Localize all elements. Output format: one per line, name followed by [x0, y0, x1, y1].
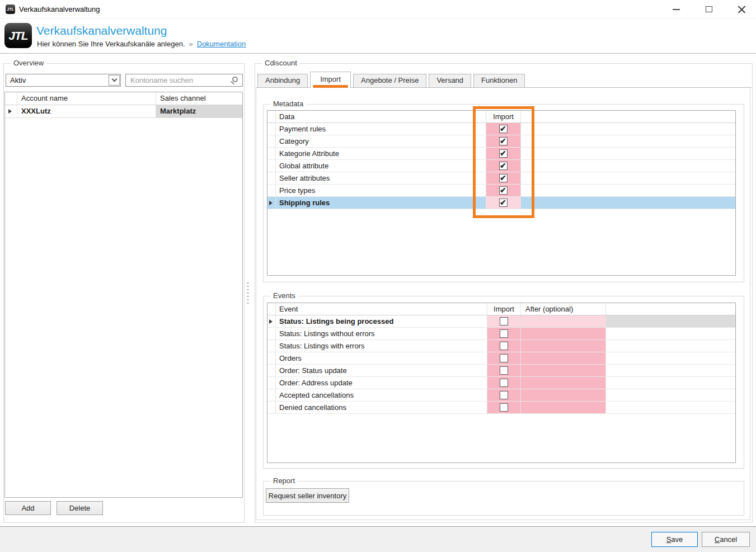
status-filter-dropdown[interactable]: Aktiv [6, 74, 121, 87]
page-title: Verkaufskanalverwaltung [36, 24, 167, 37]
minimize-button[interactable] [667, 0, 685, 18]
after-cell[interactable] [521, 365, 606, 376]
import-checkbox[interactable] [499, 137, 508, 145]
after-cell[interactable] [521, 328, 606, 339]
event-row-label: Status: Listings being processed [276, 315, 487, 327]
add-button-label: Add [21, 504, 34, 512]
table-row[interactable]: XXXLutz Marktplatz [5, 105, 242, 118]
table-row[interactable]: Order: Address update [267, 377, 735, 389]
after-cell[interactable] [521, 402, 606, 413]
account-search-input[interactable]: Kontoname suchen [125, 74, 243, 87]
table-row[interactable]: Kategorie Attribute [267, 148, 735, 160]
import-checkbox[interactable] [500, 354, 508, 362]
table-row[interactable]: Status: Listings with errors [267, 340, 735, 352]
metadata-row-label: Payment rules [276, 123, 486, 135]
close-icon [738, 5, 746, 13]
sales-channel-cell: Marktplatz [156, 105, 242, 117]
table-row[interactable]: Category [267, 135, 735, 148]
after-cell[interactable] [521, 352, 606, 364]
table-row[interactable]: Accepted cancellations [267, 389, 735, 402]
dropdown-open-button[interactable] [109, 75, 120, 86]
add-button[interactable]: Add [5, 501, 51, 515]
after-cell[interactable] [521, 315, 606, 327]
table-row[interactable]: Orders [267, 352, 735, 365]
import-checkbox[interactable] [499, 149, 508, 158]
metadata-table: Data Import Payment rules Category Kateg… [267, 110, 736, 276]
import-cell [487, 402, 521, 413]
table-row[interactable]: Denied cancellations [267, 402, 735, 414]
column-data[interactable]: Data [276, 111, 486, 122]
maximize-icon [706, 6, 712, 12]
column-account-name[interactable]: Account name [17, 92, 156, 105]
panel-splitter-grip[interactable] [247, 282, 249, 306]
event-row-label: Orders [276, 352, 487, 364]
cancel-button[interactable]: Cancel [702, 532, 750, 547]
tab-funktionen[interactable]: Funktionen [473, 74, 525, 87]
table-row[interactable]: Price types [267, 185, 735, 197]
import-checkbox[interactable] [499, 162, 508, 170]
metadata-row-label: Kategorie Attribute [276, 148, 486, 159]
header-indicator-cell [5, 92, 17, 105]
import-checkbox[interactable] [499, 125, 508, 133]
event-row-label: Order: Address update [276, 377, 487, 389]
import-checkbox[interactable] [499, 174, 508, 182]
footer-bar: Save Cancel [0, 526, 756, 552]
column-event[interactable]: Event [276, 303, 487, 315]
channel-tab-bar: Anbindung Import Angebote / Preise Versa… [256, 73, 752, 88]
event-row-label: Accepted cancellations [276, 389, 487, 401]
event-row-label: Status: Listings with errors [276, 340, 487, 352]
accounts-table: Account name Sales channel XXXLutz Markt… [4, 92, 243, 498]
after-cell[interactable] [521, 389, 606, 401]
import-checkbox[interactable] [500, 342, 508, 350]
request-seller-inventory-label: Request seller inventory [269, 492, 346, 500]
import-checkbox[interactable] [500, 403, 508, 412]
column-import[interactable]: Import [487, 303, 521, 315]
table-row[interactable]: Payment rules [267, 123, 735, 135]
tab-versand[interactable]: Versand [429, 74, 471, 87]
after-cell[interactable] [521, 340, 606, 352]
tab-angebote-preise[interactable]: Angebote / Preise [353, 74, 426, 87]
chevron-down-icon [111, 77, 117, 82]
column-sales-channel[interactable]: Sales channel [156, 92, 242, 105]
column-after-optional[interactable]: After (optional) [521, 303, 606, 315]
column-import[interactable]: Import [486, 111, 521, 122]
import-cell [486, 123, 521, 135]
jtl-logo-icon: JTL [6, 4, 15, 14]
import-checkbox[interactable] [500, 317, 508, 325]
import-checkbox[interactable] [500, 329, 508, 338]
table-row[interactable]: Status: Listings without errors [267, 328, 735, 340]
documentation-link[interactable]: Dokumentation [197, 40, 246, 48]
import-checkbox[interactable] [500, 366, 508, 375]
metadata-row-label: Global attribute [276, 160, 486, 172]
import-checkbox[interactable] [499, 186, 508, 195]
delete-button[interactable]: Delete [57, 501, 103, 515]
import-cell [486, 185, 521, 196]
import-cell [486, 148, 521, 159]
table-row-selected[interactable]: Status: Listings being processed [267, 315, 735, 328]
row-indicator-cell[interactable] [5, 105, 17, 117]
import-cell [486, 172, 521, 184]
maximize-button[interactable] [700, 0, 718, 18]
table-row[interactable]: Seller attributes [267, 172, 735, 185]
app-window: JTL Verkaufskanalverwaltung JTL Verkaufs… [0, 0, 756, 552]
import-cell [487, 389, 521, 401]
events-table: Event Import After (optional) Status: Li… [267, 303, 736, 463]
import-cell [487, 340, 521, 352]
table-row-selected[interactable]: Shipping rules [267, 197, 735, 209]
tab-anbindung[interactable]: Anbindung [257, 74, 308, 87]
tab-import[interactable]: Import [310, 72, 351, 88]
metadata-table-header: Data Import [267, 111, 735, 123]
import-cell [486, 135, 521, 147]
import-cell [487, 352, 521, 364]
import-checkbox[interactable] [500, 391, 508, 399]
save-button[interactable]: Save [651, 532, 698, 547]
row-expand-arrow-icon [8, 109, 12, 114]
request-seller-inventory-button[interactable]: Request seller inventory [266, 488, 349, 503]
import-checkbox[interactable] [499, 199, 508, 207]
after-cell[interactable] [521, 377, 606, 389]
table-row[interactable]: Global attribute [267, 160, 735, 172]
close-button[interactable] [732, 0, 750, 18]
import-checkbox[interactable] [500, 379, 508, 387]
table-row[interactable]: Order: Status update [267, 365, 735, 377]
metadata-row-label: Seller attributes [276, 172, 486, 184]
